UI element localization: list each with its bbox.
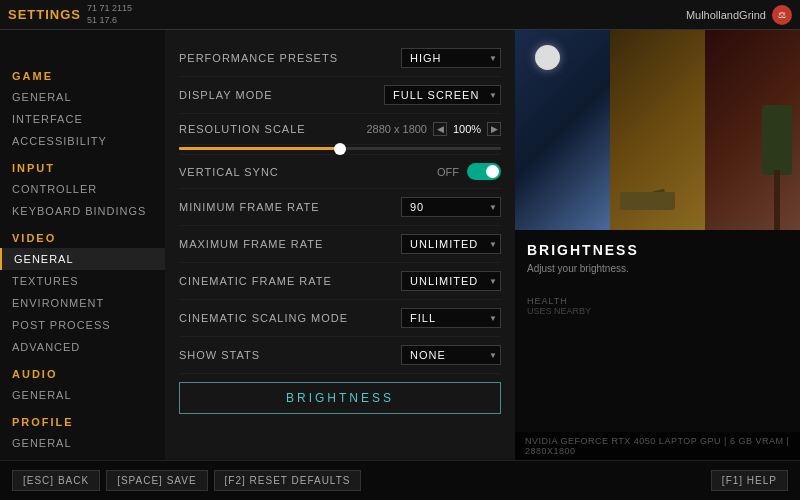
preview-description: Adjust your brightness. bbox=[527, 262, 788, 276]
max-frame-rate-select[interactable]: UNLIMITED 30 60 90 120 bbox=[401, 234, 501, 254]
show-stats-control: NONE FPS ALL ▼ bbox=[401, 345, 501, 365]
sidebar-item-keyboard-bindings[interactable]: KEYBOARD BINDINGS bbox=[0, 200, 165, 222]
main-layout: GAME GENERAL INTERFACE ACCESSIBILITY INP… bbox=[0, 30, 800, 460]
resolution-percent-control: ◀ 100% ▶ bbox=[433, 122, 501, 136]
preview-info: BRIGHTNESS Adjust your brightness. bbox=[515, 230, 800, 288]
performance-presets-dropdown-wrapper[interactable]: HIGH LOW MEDIUM ULTRA CUSTOM ▼ bbox=[401, 48, 501, 68]
cinematic-scaling-control: FILL FIT STRETCH ▼ bbox=[401, 308, 501, 328]
health-label: HEALTH bbox=[527, 296, 788, 306]
preview-image-3 bbox=[705, 30, 800, 230]
section-title-game: GAME bbox=[0, 60, 165, 86]
cinematic-frame-rate-select[interactable]: UNLIMITED 24 30 60 bbox=[401, 271, 501, 291]
sidebar-item-game-general[interactable]: GENERAL bbox=[0, 86, 165, 108]
max-frame-rate-row: MAXIMUM FRAME RATE UNLIMITED 30 60 90 12… bbox=[179, 226, 501, 263]
avatar[interactable]: ⚖ bbox=[772, 5, 792, 25]
health-sub-label: USES NEARBY bbox=[527, 306, 788, 316]
vertical-sync-row: VERTICAL SYNC OFF bbox=[179, 155, 501, 189]
sidebar-item-environment[interactable]: ENVIRONMENT bbox=[0, 292, 165, 314]
sidebar-item-controller[interactable]: CONTROLLER bbox=[0, 178, 165, 200]
show-stats-select[interactable]: NONE FPS ALL bbox=[401, 345, 501, 365]
username-label: MulhollandGrind bbox=[686, 9, 766, 21]
preview-image-2 bbox=[610, 30, 705, 230]
cinematic-scaling-dropdown-wrapper[interactable]: FILL FIT STRETCH ▼ bbox=[401, 308, 501, 328]
resolution-percent-value: 100% bbox=[449, 123, 485, 135]
back-button[interactable]: [ESC] BACK bbox=[12, 470, 100, 491]
preview-title: BRIGHTNESS bbox=[527, 242, 788, 258]
vertical-sync-toggle[interactable] bbox=[467, 163, 501, 180]
resolution-slider-container bbox=[179, 145, 501, 155]
resolution-slider-track bbox=[179, 147, 501, 150]
section-title-profile: PROFILE bbox=[0, 406, 165, 432]
settings-content: PERFORMANCE PRESETS HIGH LOW MEDIUM ULTR… bbox=[165, 30, 515, 460]
section-title-input: INPUT bbox=[0, 152, 165, 178]
sidebar: GAME GENERAL INTERFACE ACCESSIBILITY INP… bbox=[0, 30, 165, 460]
max-frame-rate-control: UNLIMITED 30 60 90 120 ▼ bbox=[401, 234, 501, 254]
min-frame-rate-select[interactable]: 90 30 60 120 UNLIMITED bbox=[401, 197, 501, 217]
gpu-info: NVIDIA GEFORCE RTX 4050 LAPTOP GPU | 6 G… bbox=[515, 432, 800, 460]
reset-defaults-button[interactable]: [F2] RESET DEFAULTS bbox=[214, 470, 362, 491]
performance-presets-label: PERFORMANCE PRESETS bbox=[179, 52, 338, 64]
tank-body-decoration bbox=[620, 192, 675, 210]
performance-presets-select[interactable]: HIGH LOW MEDIUM ULTRA CUSTOM bbox=[401, 48, 501, 68]
max-frame-rate-dropdown-wrapper[interactable]: UNLIMITED 30 60 90 120 ▼ bbox=[401, 234, 501, 254]
save-button[interactable]: [SPACE] SAVE bbox=[106, 470, 207, 491]
sidebar-item-textures[interactable]: TEXTURES bbox=[0, 270, 165, 292]
cinematic-scaling-select[interactable]: FILL FIT STRETCH bbox=[401, 308, 501, 328]
resolution-value: 2880 x 1800 bbox=[366, 123, 427, 135]
brightness-button[interactable]: BRIGHTNESS bbox=[179, 382, 501, 414]
cinematic-frame-rate-control: UNLIMITED 24 30 60 ▼ bbox=[401, 271, 501, 291]
preview-image-1 bbox=[515, 30, 610, 230]
cinematic-frame-rate-label: CINEMATIC FRAME RATE bbox=[179, 275, 332, 287]
show-stats-row: SHOW STATS NONE FPS ALL ▼ bbox=[179, 337, 501, 374]
display-mode-dropdown-wrapper[interactable]: FULL SCREEN WINDOWED BORDERLESS ▼ bbox=[384, 85, 501, 105]
display-mode-label: DISPLAY MODE bbox=[179, 89, 273, 101]
resolution-slider-thumb[interactable] bbox=[334, 143, 346, 155]
display-mode-control: FULL SCREEN WINDOWED BORDERLESS ▼ bbox=[384, 85, 501, 105]
cinematic-frame-rate-dropdown-wrapper[interactable]: UNLIMITED 24 30 60 ▼ bbox=[401, 271, 501, 291]
moon-decoration bbox=[535, 45, 560, 70]
sidebar-item-audio-general[interactable]: GENERAL bbox=[0, 384, 165, 406]
cinematic-scaling-row: CINEMATIC SCALING MODE FILL FIT STRETCH … bbox=[179, 300, 501, 337]
performance-presets-row: PERFORMANCE PRESETS HIGH LOW MEDIUM ULTR… bbox=[179, 40, 501, 77]
min-frame-rate-label: MINIMUM FRAME RATE bbox=[179, 201, 320, 213]
sidebar-item-profile-general[interactable]: GENERAL bbox=[0, 432, 165, 454]
min-frame-rate-dropdown-wrapper[interactable]: 90 30 60 120 UNLIMITED ▼ bbox=[401, 197, 501, 217]
sidebar-section-game: GAME GENERAL INTERFACE ACCESSIBILITY bbox=[0, 60, 165, 152]
show-stats-label: SHOW STATS bbox=[179, 349, 260, 361]
sidebar-item-interface[interactable]: INTERFACE bbox=[0, 108, 165, 130]
display-mode-row: DISPLAY MODE FULL SCREEN WINDOWED BORDER… bbox=[179, 77, 501, 114]
resolution-scale-row: RESOLUTION SCALE 2880 x 1800 ◀ 100% ▶ bbox=[179, 114, 501, 145]
topbar-left: SETTINGS 71 71 2115 51 17.6 bbox=[8, 3, 132, 26]
display-mode-select[interactable]: FULL SCREEN WINDOWED BORDERLESS bbox=[384, 85, 501, 105]
topbar: SETTINGS 71 71 2115 51 17.6 MulhollandGr… bbox=[0, 0, 800, 30]
toggle-knob bbox=[486, 165, 499, 178]
preview-images bbox=[515, 30, 800, 230]
resolution-decrease-button[interactable]: ◀ bbox=[433, 122, 447, 136]
resolution-increase-button[interactable]: ▶ bbox=[487, 122, 501, 136]
tree-top-decoration bbox=[762, 105, 792, 175]
show-stats-dropdown-wrapper[interactable]: NONE FPS ALL ▼ bbox=[401, 345, 501, 365]
sidebar-section-video: VIDEO GENERAL TEXTURES ENVIRONMENT POST … bbox=[0, 222, 165, 358]
min-frame-rate-control: 90 30 60 120 UNLIMITED ▼ bbox=[401, 197, 501, 217]
performance-presets-control: HIGH LOW MEDIUM ULTRA CUSTOM ▼ bbox=[401, 48, 501, 68]
topbar-stats: 71 71 2115 51 17.6 bbox=[87, 3, 132, 26]
sidebar-section-audio: AUDIO GENERAL bbox=[0, 358, 165, 406]
sidebar-section-profile: PROFILE GENERAL bbox=[0, 406, 165, 454]
sidebar-item-accessibility[interactable]: ACCESSIBILITY bbox=[0, 130, 165, 152]
sidebar-item-advanced[interactable]: ADVANCED bbox=[0, 336, 165, 358]
resolution-right: 2880 x 1800 ◀ 100% ▶ bbox=[366, 122, 501, 136]
min-frame-rate-row: MINIMUM FRAME RATE 90 30 60 120 UNLIMITE… bbox=[179, 189, 501, 226]
vertical-sync-label: VERTICAL SYNC bbox=[179, 166, 279, 178]
section-title-audio: AUDIO bbox=[0, 358, 165, 384]
vertical-sync-value: OFF bbox=[437, 166, 459, 178]
sidebar-section-input: INPUT CONTROLLER KEYBOARD BINDINGS bbox=[0, 152, 165, 222]
app-logo: SETTINGS bbox=[8, 7, 81, 22]
sidebar-item-post-process[interactable]: POST PROCESS bbox=[0, 314, 165, 336]
bottombar: [ESC] BACK [SPACE] SAVE [F2] RESET DEFAU… bbox=[0, 460, 800, 500]
tree-trunk-decoration bbox=[774, 170, 780, 230]
resolution-slider-fill bbox=[179, 147, 340, 150]
bottom-buttons: [ESC] BACK [SPACE] SAVE [F2] RESET DEFAU… bbox=[12, 470, 361, 491]
help-button[interactable]: [F1] HELP bbox=[711, 470, 788, 491]
sidebar-item-video-general[interactable]: GENERAL bbox=[0, 248, 165, 270]
topbar-right: MulhollandGrind ⚖ bbox=[686, 5, 792, 25]
